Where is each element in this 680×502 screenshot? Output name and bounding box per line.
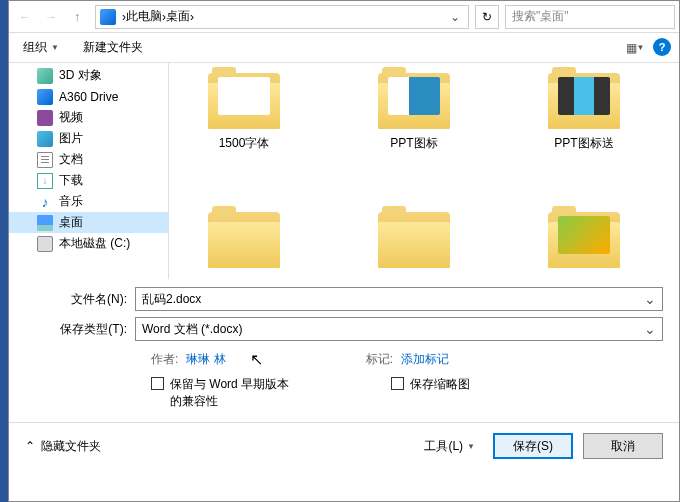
cloud-drive-icon <box>37 89 53 105</box>
folder-item[interactable]: PPT图标 <box>359 73 469 152</box>
navigation-tree: 3D 对象 A360 Drive 视频 图片 文档 下载 ♪音乐 桌面 本地磁盘… <box>9 63 169 279</box>
tree-item-music[interactable]: ♪音乐 <box>9 191 168 212</box>
search-input[interactable]: 搜索"桌面" <box>505 5 675 29</box>
folder-item[interactable]: 1500字体 <box>189 73 299 152</box>
documents-icon <box>37 152 53 168</box>
address-input[interactable]: › 此电脑 › 桌面 › ⌄ <box>95 5 469 29</box>
folder-item[interactable]: PPT图标送 <box>529 73 639 152</box>
checkbox-icon <box>151 377 164 390</box>
folder-item[interactable] <box>189 212 299 268</box>
folder-icon <box>208 212 280 268</box>
music-icon: ♪ <box>37 194 53 210</box>
tags-label: 标记: <box>366 351 393 368</box>
tree-item-video[interactable]: 视频 <box>9 107 168 128</box>
chevron-down-icon: ▼ <box>467 442 475 451</box>
checkbox-icon <box>391 377 404 390</box>
tree-item-disk-c[interactable]: 本地磁盘 (C:) <box>9 233 168 254</box>
save-button[interactable]: 保存(S) <box>493 433 573 459</box>
filename-input[interactable]: 乱码2.docx <box>135 287 663 311</box>
forward-button[interactable]: → <box>39 5 63 29</box>
thumbnail-checkbox[interactable]: 保存缩略图 <box>391 376 470 410</box>
disk-icon <box>37 236 53 252</box>
folder-icon <box>378 212 450 268</box>
up-button[interactable]: ↑ <box>65 5 89 29</box>
folder-icon <box>548 73 620 129</box>
view-mode-button[interactable]: ▦ ▼ <box>625 38 645 58</box>
author-label: 作者: <box>151 351 178 368</box>
tree-item-3d[interactable]: 3D 对象 <box>9 65 168 86</box>
folder-item[interactable] <box>529 212 639 268</box>
back-button[interactable]: ← <box>13 5 37 29</box>
tree-item-downloads[interactable]: 下载 <box>9 170 168 191</box>
computer-icon <box>100 9 116 25</box>
downloads-icon <box>37 173 53 189</box>
pictures-icon <box>37 131 53 147</box>
tools-button[interactable]: 工具(L) ▼ <box>416 434 483 459</box>
filetype-select[interactable]: Word 文档 (*.docx) <box>135 317 663 341</box>
folder-icon <box>548 212 620 268</box>
chevron-down-icon[interactable]: ⌄ <box>446 10 464 24</box>
path-segment[interactable]: 桌面 <box>166 8 190 25</box>
tree-item-desktop[interactable]: 桌面 <box>9 212 168 233</box>
address-bar: ← → ↑ › 此电脑 › 桌面 › ⌄ ↻ 搜索"桌面" <box>9 1 679 33</box>
new-folder-button[interactable]: 新建文件夹 <box>77 37 149 58</box>
toolbar: 组织 ▼ 新建文件夹 ▦ ▼ ? <box>9 33 679 63</box>
path-segment[interactable]: 此电脑 <box>126 8 162 25</box>
organize-button[interactable]: 组织 ▼ <box>17 37 65 58</box>
chevron-down-icon: ▼ <box>51 43 59 52</box>
filename-label: 文件名(N): <box>25 291 135 308</box>
tree-item-a360[interactable]: A360 Drive <box>9 86 168 107</box>
tree-item-pictures[interactable]: 图片 <box>9 128 168 149</box>
folder-icon <box>378 73 450 129</box>
desktop-icon <box>37 215 53 231</box>
tree-item-documents[interactable]: 文档 <box>9 149 168 170</box>
hide-folders-button[interactable]: ⌃ 隐藏文件夹 <box>25 438 101 455</box>
cancel-button[interactable]: 取消 <box>583 433 663 459</box>
compat-checkbox[interactable]: 保留与 Word 早期版本的兼容性 <box>151 376 291 410</box>
folder-icon <box>208 73 280 129</box>
help-icon[interactable]: ? <box>653 38 671 56</box>
file-list: 1500字体 PPT图标 PPT图标送 <box>169 63 679 279</box>
chevron-up-icon: ⌃ <box>25 439 35 453</box>
tags-value[interactable]: 添加标记 <box>401 351 449 368</box>
video-icon <box>37 110 53 126</box>
3d-objects-icon <box>37 68 53 84</box>
filetype-label: 保存类型(T): <box>25 321 135 338</box>
folder-item[interactable] <box>359 212 469 268</box>
author-value[interactable]: 琳琳 林 <box>186 351 225 368</box>
refresh-button[interactable]: ↻ <box>475 5 499 29</box>
